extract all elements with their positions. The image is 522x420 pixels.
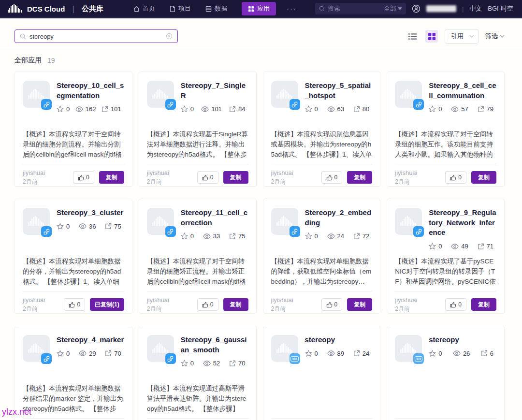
nav-more-button[interactable]: ···: [287, 5, 297, 13]
author-block: jiyishuai 2月前: [147, 296, 169, 313]
cloud-logo-icon: [27, 88, 45, 101]
star-stat[interactable]: 0: [429, 105, 442, 113]
sort-by-select[interactable]: 引用: [445, 29, 478, 43]
grid-view-button[interactable]: [425, 30, 438, 43]
copy-button[interactable]: 已复制(1): [90, 298, 124, 311]
app-card[interactable]: </> Stereopy_10_cell_segmentation 0: [14, 72, 132, 187]
like-button[interactable]: 0: [73, 171, 94, 184]
like-button[interactable]: 0: [321, 171, 343, 184]
footer-buttons: 0 复制: [73, 171, 124, 184]
thumbs-up-icon: [326, 302, 333, 308]
clear-search-icon[interactable]: [166, 33, 173, 40]
copies-stat: 84: [229, 105, 245, 113]
app-card[interactable]: </> Stereopy_3_cluster 0: [14, 199, 132, 314]
app-title[interactable]: stereopy: [429, 335, 496, 345]
copy-button[interactable]: 复制: [347, 171, 372, 184]
app-card[interactable]: </> Stereopy_7_SingleR 0: [139, 72, 257, 187]
search-scope-value: 全部: [384, 4, 396, 13]
app-card[interactable]: </> stereopy 0: [387, 326, 505, 420]
card-header: </> stereopy 0: [395, 335, 496, 362]
app-title[interactable]: Stereopy_8_cell_cell_communation: [429, 81, 496, 101]
app-card[interactable]: </> Stereopy_4_marker 0: [14, 326, 132, 420]
app-title[interactable]: Stereopy_10_cell_segmentation: [57, 81, 124, 101]
copy-button[interactable]: 复制: [471, 171, 496, 184]
star-stat[interactable]: 0: [57, 105, 70, 113]
app-title[interactable]: stereopy: [305, 335, 373, 345]
star-stat[interactable]: 0: [429, 350, 442, 357]
app-thumbnail: </>: [271, 81, 298, 108]
like-button[interactable]: 0: [445, 298, 466, 311]
app-card[interactable]: </> Stereopy_9_Regulatory_Network_Infere…: [387, 199, 505, 314]
app-card[interactable]: </> Stereopy_8_cell_cell_communation 0: [387, 72, 505, 187]
app-title[interactable]: Stereopy_2_embedding: [305, 208, 373, 228]
copy-count: 80: [362, 105, 369, 113]
like-button[interactable]: 0: [445, 171, 466, 184]
app-card[interactable]: </> Stereopy_2_embedding 0: [263, 199, 381, 314]
tenant-label[interactable]: BGI-时空: [488, 4, 513, 13]
copy-button[interactable]: 复制: [347, 298, 372, 311]
app-title[interactable]: Stereopy_7_SingleR: [181, 81, 248, 101]
copy-button[interactable]: 复制: [99, 171, 124, 184]
like-button[interactable]: 0: [321, 298, 343, 311]
app-stats: 0 36: [57, 223, 124, 230]
thumbs-up-icon: [202, 302, 208, 308]
language-switcher[interactable]: 中文: [469, 4, 482, 13]
app-card[interactable]: </> Stereopy_6_gaussian_smooth 0: [139, 326, 257, 420]
app-title[interactable]: Stereopy_9_Regulatory_Network_Inference: [429, 208, 496, 238]
global-search-input[interactable]: 搜索 全部: [315, 3, 406, 14]
app-description: 【概述】本流程实现识别信息基因或基因模块。并输出为stereopy的h5ad格式…: [271, 129, 373, 161]
app-card[interactable]: </> Stereopy_11_cell_correction 0: [139, 199, 257, 314]
filter-button[interactable]: 筛选: [485, 32, 505, 41]
footer-buttons: 0 复制: [445, 298, 496, 311]
star-stat[interactable]: 0: [305, 232, 318, 240]
author-block: jiyishuai 2月前: [147, 169, 169, 186]
app-thumbnail: </>: [23, 208, 50, 235]
star-stat[interactable]: 0: [429, 243, 442, 250]
views-stat: 162: [75, 105, 96, 113]
star-icon: [57, 223, 64, 230]
list-view-button[interactable]: [406, 30, 419, 43]
app-card[interactable]: </> stereopy 0: [263, 326, 381, 420]
app-title[interactable]: Stereopy_6_gaussian_smooth: [181, 335, 248, 355]
star-stat[interactable]: 0: [181, 232, 194, 240]
app-title[interactable]: Stereopy_4_marker: [57, 335, 124, 345]
cloud-logo-icon: [399, 88, 418, 101]
star-stat[interactable]: 0: [305, 105, 318, 113]
nav-item-apps[interactable]: 应用: [242, 2, 276, 15]
user-avatar-icon[interactable]: [412, 4, 420, 13]
like-button[interactable]: 0: [197, 298, 218, 311]
eye-icon: [453, 350, 461, 356]
card-header-text: Stereopy_10_cell_segmentation 0: [57, 81, 124, 113]
app-title[interactable]: Stereopy_5_spatial_hotspot: [305, 81, 373, 101]
brand[interactable]: DCS Cloud ｜ 公共库: [7, 3, 103, 14]
username-redacted[interactable]: [426, 5, 456, 12]
card-header-text: stereopy 0: [429, 335, 496, 362]
app-title[interactable]: Stereopy_11_cell_correction: [181, 208, 248, 228]
app-search-input[interactable]: stereopy: [14, 29, 178, 43]
card-header: </> Stereopy_10_cell_segmentation 0: [23, 81, 124, 113]
star-stat[interactable]: 0: [181, 105, 194, 113]
author-name: jiyishuai: [147, 169, 169, 178]
cloud-logo-icon: [276, 342, 294, 355]
copy-button[interactable]: 复制: [471, 298, 496, 311]
star-stat[interactable]: 0: [181, 360, 194, 367]
copy-button[interactable]: 复制: [223, 298, 248, 311]
author-block: jiyishuai 2月前: [395, 296, 417, 313]
star-stat[interactable]: 0: [305, 350, 318, 357]
star-stat[interactable]: 0: [57, 223, 70, 230]
search-icon: [20, 33, 26, 40]
app-stats: 0 49: [429, 243, 496, 250]
like-button[interactable]: 0: [64, 298, 85, 311]
app-title[interactable]: Stereopy_3_cluster: [57, 208, 124, 218]
like-button[interactable]: 0: [197, 171, 218, 184]
app-card[interactable]: </> Stereopy_5_spatial_hotspot 0: [263, 72, 381, 187]
card-footer: jiyishuai 2月前 0 复制: [23, 164, 124, 186]
search-scope-dropdown[interactable]: 全部: [384, 4, 402, 13]
view-count: 36: [89, 223, 96, 230]
star-stat[interactable]: 0: [57, 350, 70, 357]
nav-item-home[interactable]: 首页: [133, 4, 155, 13]
nav-item-data[interactable]: 数据: [205, 4, 227, 13]
copy-button[interactable]: 复制: [223, 171, 248, 184]
footer-buttons: 0 已复制(1): [64, 298, 124, 311]
nav-item-project[interactable]: 项目: [170, 4, 191, 13]
